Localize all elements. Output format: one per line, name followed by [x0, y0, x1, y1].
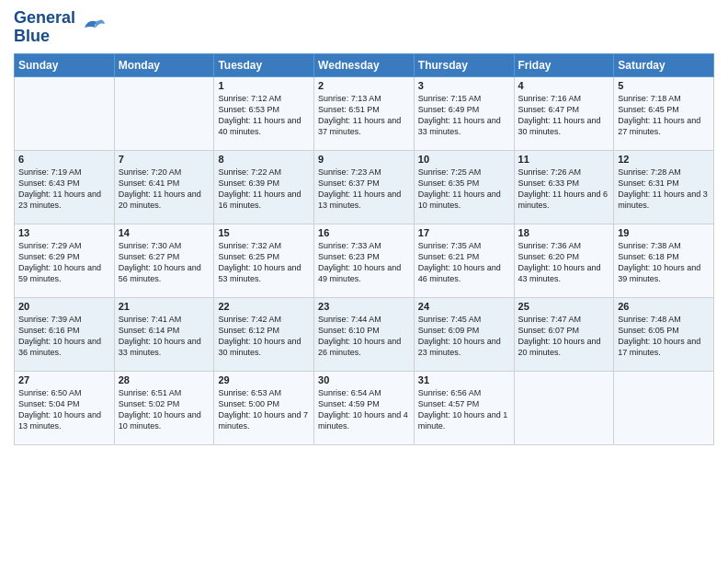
- day-info: Sunrise: 7:13 AM Sunset: 6:51 PM Dayligh…: [318, 93, 410, 138]
- day-number: 27: [18, 374, 110, 385]
- calendar-cell: 2Sunrise: 7:13 AM Sunset: 6:51 PM Daylig…: [314, 76, 415, 150]
- day-number: 6: [18, 154, 110, 165]
- day-number: 14: [119, 227, 210, 238]
- calendar-cell: 14Sunrise: 7:30 AM Sunset: 6:27 PM Dayli…: [114, 224, 214, 297]
- day-number: 3: [418, 80, 510, 91]
- day-info: Sunrise: 6:50 AM Sunset: 5:04 PM Dayligh…: [18, 387, 110, 432]
- calendar-cell: 18Sunrise: 7:36 AM Sunset: 6:20 PM Dayli…: [514, 224, 614, 297]
- logo-text: General Blue: [14, 9, 75, 46]
- day-info: Sunrise: 7:22 AM Sunset: 6:39 PM Dayligh…: [218, 167, 310, 212]
- calendar-cell: [614, 371, 714, 444]
- weekday-header-tuesday: Tuesday: [214, 53, 314, 76]
- day-number: 1: [218, 80, 310, 91]
- day-number: 31: [418, 374, 510, 385]
- day-info: Sunrise: 7:35 AM Sunset: 6:21 PM Dayligh…: [418, 240, 510, 285]
- day-number: 13: [18, 227, 110, 238]
- day-number: 24: [418, 301, 510, 312]
- day-number: 28: [119, 374, 210, 385]
- calendar-cell: 20Sunrise: 7:39 AM Sunset: 6:16 PM Dayli…: [15, 297, 115, 371]
- day-info: Sunrise: 6:53 AM Sunset: 5:00 PM Dayligh…: [218, 387, 310, 432]
- day-info: Sunrise: 7:26 AM Sunset: 6:33 PM Dayligh…: [518, 167, 610, 212]
- logo: General Blue: [14, 9, 105, 46]
- calendar-cell: 3Sunrise: 7:15 AM Sunset: 6:49 PM Daylig…: [414, 76, 514, 150]
- day-number: 16: [318, 227, 410, 238]
- calendar-cell: 28Sunrise: 6:51 AM Sunset: 5:02 PM Dayli…: [114, 371, 214, 444]
- calendar-cell: 21Sunrise: 7:41 AM Sunset: 6:14 PM Dayli…: [114, 297, 214, 371]
- calendar-cell: [15, 76, 115, 150]
- calendar-cell: 11Sunrise: 7:26 AM Sunset: 6:33 PM Dayli…: [514, 150, 614, 224]
- calendar-cell: 27Sunrise: 6:50 AM Sunset: 5:04 PM Dayli…: [15, 371, 115, 444]
- day-info: Sunrise: 7:30 AM Sunset: 6:27 PM Dayligh…: [119, 240, 210, 285]
- day-number: 22: [218, 301, 310, 312]
- day-info: Sunrise: 7:29 AM Sunset: 6:29 PM Dayligh…: [18, 240, 110, 285]
- calendar-cell: 23Sunrise: 7:44 AM Sunset: 6:10 PM Dayli…: [314, 297, 415, 371]
- calendar-cell: 15Sunrise: 7:32 AM Sunset: 6:25 PM Dayli…: [214, 224, 314, 297]
- day-number: 21: [119, 301, 210, 312]
- calendar-cell: 6Sunrise: 7:19 AM Sunset: 6:43 PM Daylig…: [15, 150, 115, 224]
- day-number: 25: [518, 301, 610, 312]
- weekday-header-monday: Monday: [114, 53, 214, 76]
- day-info: Sunrise: 7:36 AM Sunset: 6:20 PM Dayligh…: [518, 240, 610, 285]
- calendar-cell: 26Sunrise: 7:48 AM Sunset: 6:05 PM Dayli…: [614, 297, 714, 371]
- calendar-week-row: 1Sunrise: 7:12 AM Sunset: 6:53 PM Daylig…: [15, 76, 714, 150]
- calendar-cell: 12Sunrise: 7:28 AM Sunset: 6:31 PM Dayli…: [614, 150, 714, 224]
- day-number: 9: [318, 154, 410, 165]
- weekday-header-saturday: Saturday: [614, 53, 714, 76]
- main-container: General Blue SundayMondayTuesdayWednesda…: [0, 0, 728, 459]
- calendar-cell: 8Sunrise: 7:22 AM Sunset: 6:39 PM Daylig…: [214, 150, 314, 224]
- calendar-cell: 29Sunrise: 6:53 AM Sunset: 5:00 PM Dayli…: [214, 371, 314, 444]
- calendar-week-row: 20Sunrise: 7:39 AM Sunset: 6:16 PM Dayli…: [15, 297, 714, 371]
- calendar-cell: 25Sunrise: 7:47 AM Sunset: 6:07 PM Dayli…: [514, 297, 614, 371]
- day-info: Sunrise: 7:12 AM Sunset: 6:53 PM Dayligh…: [218, 93, 310, 138]
- day-info: Sunrise: 7:48 AM Sunset: 6:05 PM Dayligh…: [618, 314, 710, 359]
- day-number: 4: [518, 80, 610, 91]
- day-info: Sunrise: 7:19 AM Sunset: 6:43 PM Dayligh…: [18, 167, 110, 212]
- weekday-header-wednesday: Wednesday: [314, 53, 415, 76]
- day-number: 19: [618, 227, 710, 238]
- day-number: 17: [418, 227, 510, 238]
- day-info: Sunrise: 6:54 AM Sunset: 4:59 PM Dayligh…: [318, 387, 410, 432]
- day-number: 15: [218, 227, 310, 238]
- calendar-cell: 16Sunrise: 7:33 AM Sunset: 6:23 PM Dayli…: [314, 224, 415, 297]
- calendar-week-row: 27Sunrise: 6:50 AM Sunset: 5:04 PM Dayli…: [15, 371, 714, 444]
- calendar-cell: 10Sunrise: 7:25 AM Sunset: 6:35 PM Dayli…: [414, 150, 514, 224]
- calendar-cell: 5Sunrise: 7:18 AM Sunset: 6:45 PM Daylig…: [614, 76, 714, 150]
- day-info: Sunrise: 7:38 AM Sunset: 6:18 PM Dayligh…: [618, 240, 710, 285]
- day-info: Sunrise: 7:44 AM Sunset: 6:10 PM Dayligh…: [318, 314, 410, 359]
- day-info: Sunrise: 7:23 AM Sunset: 6:37 PM Dayligh…: [318, 167, 410, 212]
- header: General Blue: [14, 9, 714, 46]
- day-number: 10: [418, 154, 510, 165]
- day-info: Sunrise: 7:16 AM Sunset: 6:47 PM Dayligh…: [518, 93, 610, 138]
- calendar-cell: 22Sunrise: 7:42 AM Sunset: 6:12 PM Dayli…: [214, 297, 314, 371]
- day-info: Sunrise: 7:18 AM Sunset: 6:45 PM Dayligh…: [618, 93, 710, 138]
- calendar-cell: 24Sunrise: 7:45 AM Sunset: 6:09 PM Dayli…: [414, 297, 514, 371]
- day-info: Sunrise: 7:42 AM Sunset: 6:12 PM Dayligh…: [218, 314, 310, 359]
- weekday-header-friday: Friday: [514, 53, 614, 76]
- weekday-header-thursday: Thursday: [414, 53, 514, 76]
- calendar-cell: [114, 76, 214, 150]
- day-info: Sunrise: 7:47 AM Sunset: 6:07 PM Dayligh…: [518, 314, 610, 359]
- logo-bird-icon: [77, 15, 105, 40]
- day-number: 8: [218, 154, 310, 165]
- weekday-header-row: SundayMondayTuesdayWednesdayThursdayFrid…: [15, 53, 714, 76]
- day-info: Sunrise: 7:28 AM Sunset: 6:31 PM Dayligh…: [618, 167, 710, 212]
- calendar-cell: 30Sunrise: 6:54 AM Sunset: 4:59 PM Dayli…: [314, 371, 415, 444]
- day-number: 26: [618, 301, 710, 312]
- day-number: 30: [318, 374, 410, 385]
- day-number: 11: [518, 154, 610, 165]
- day-info: Sunrise: 7:25 AM Sunset: 6:35 PM Dayligh…: [418, 167, 510, 212]
- calendar-cell: 1Sunrise: 7:12 AM Sunset: 6:53 PM Daylig…: [214, 76, 314, 150]
- day-info: Sunrise: 7:20 AM Sunset: 6:41 PM Dayligh…: [119, 167, 210, 212]
- calendar-cell: 31Sunrise: 6:56 AM Sunset: 4:57 PM Dayli…: [414, 371, 514, 444]
- day-info: Sunrise: 7:45 AM Sunset: 6:09 PM Dayligh…: [418, 314, 510, 359]
- day-number: 7: [119, 154, 210, 165]
- calendar-cell: 4Sunrise: 7:16 AM Sunset: 6:47 PM Daylig…: [514, 76, 614, 150]
- day-number: 20: [18, 301, 110, 312]
- day-number: 18: [518, 227, 610, 238]
- day-info: Sunrise: 7:41 AM Sunset: 6:14 PM Dayligh…: [119, 314, 210, 359]
- calendar-cell: [514, 371, 614, 444]
- day-number: 5: [618, 80, 710, 91]
- calendar-week-row: 6Sunrise: 7:19 AM Sunset: 6:43 PM Daylig…: [15, 150, 714, 224]
- calendar-cell: 13Sunrise: 7:29 AM Sunset: 6:29 PM Dayli…: [15, 224, 115, 297]
- weekday-header-sunday: Sunday: [15, 53, 115, 76]
